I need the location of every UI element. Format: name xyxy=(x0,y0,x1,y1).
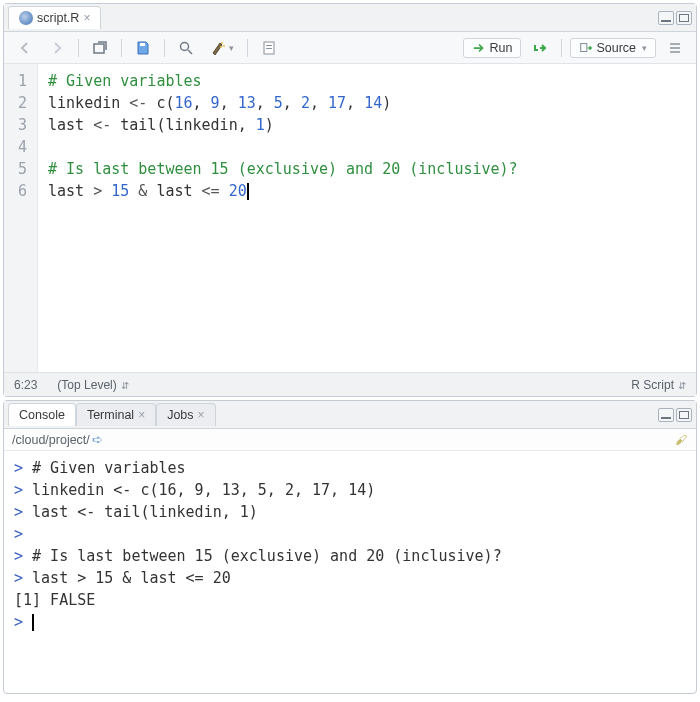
svg-point-4 xyxy=(223,45,225,47)
clear-console-icon[interactable]: 🖌 xyxy=(675,433,688,447)
r-file-icon xyxy=(19,11,33,25)
close-icon[interactable]: × xyxy=(198,408,205,422)
file-tab-label: script.R xyxy=(37,11,79,25)
svg-point-3 xyxy=(221,42,223,44)
run-label: Run xyxy=(489,41,512,55)
show-in-new-window-icon[interactable] xyxy=(87,38,113,58)
source-label: Source xyxy=(596,41,636,55)
run-button[interactable]: Run xyxy=(463,38,521,58)
find-icon[interactable] xyxy=(173,38,199,58)
maximize-icon[interactable] xyxy=(676,408,692,422)
back-icon[interactable] xyxy=(12,38,38,58)
tab-terminal[interactable]: Terminal × xyxy=(76,403,156,426)
close-icon[interactable]: × xyxy=(83,11,90,25)
svg-rect-7 xyxy=(266,45,272,46)
svg-rect-9 xyxy=(581,43,587,51)
forward-icon[interactable] xyxy=(44,38,70,58)
line-gutter: 123456 xyxy=(4,64,38,372)
goto-dir-icon[interactable]: ➪ xyxy=(92,432,103,447)
save-icon[interactable] xyxy=(130,38,156,58)
console-output[interactable]: > # Given variables> linkedin <- c(16, 9… xyxy=(4,451,696,693)
code-area[interactable]: # Given variableslinkedin <- c(16, 9, 13… xyxy=(38,64,696,372)
tab-terminal-label: Terminal xyxy=(87,408,134,422)
close-icon[interactable]: × xyxy=(138,408,145,422)
editor-statusbar: 6:23 (Top Level)⇵ R Script⇵ xyxy=(4,372,696,396)
code-editor[interactable]: 123456 # Given variableslinkedin <- c(16… xyxy=(4,64,696,372)
minimize-icon[interactable] xyxy=(658,11,674,25)
code-tools-icon[interactable]: ▾ xyxy=(205,38,239,58)
svg-rect-1 xyxy=(140,43,145,46)
source-icon xyxy=(579,41,593,55)
svg-point-2 xyxy=(181,42,189,50)
editor-tabbar: script.R × xyxy=(4,4,696,32)
editor-toolbar: ▾ Run Source ▾ xyxy=(4,32,696,64)
source-button[interactable]: Source ▾ xyxy=(570,38,656,58)
tab-console-label: Console xyxy=(19,408,65,422)
tab-console[interactable]: Console xyxy=(8,403,76,426)
run-arrow-icon xyxy=(472,41,486,55)
re-run-icon[interactable] xyxy=(527,38,553,58)
scope-selector[interactable]: (Top Level)⇵ xyxy=(57,378,128,392)
file-tab[interactable]: script.R × xyxy=(8,6,101,29)
cursor-position: 6:23 xyxy=(14,378,37,392)
minimize-icon[interactable] xyxy=(658,408,674,422)
svg-point-5 xyxy=(220,46,222,48)
compile-report-icon[interactable] xyxy=(256,38,282,58)
outline-icon[interactable] xyxy=(662,38,688,58)
svg-rect-0 xyxy=(94,44,104,53)
tab-jobs-label: Jobs xyxy=(167,408,193,422)
console-tabbar: Console Terminal × Jobs × xyxy=(4,401,696,429)
console-path-bar: /cloud/project/ ➪ 🖌 xyxy=(4,429,696,451)
file-type-selector[interactable]: R Script⇵ xyxy=(631,378,686,392)
svg-rect-8 xyxy=(266,48,272,49)
maximize-icon[interactable] xyxy=(676,11,692,25)
working-dir[interactable]: /cloud/project/ xyxy=(12,433,90,447)
tab-jobs[interactable]: Jobs × xyxy=(156,403,215,426)
